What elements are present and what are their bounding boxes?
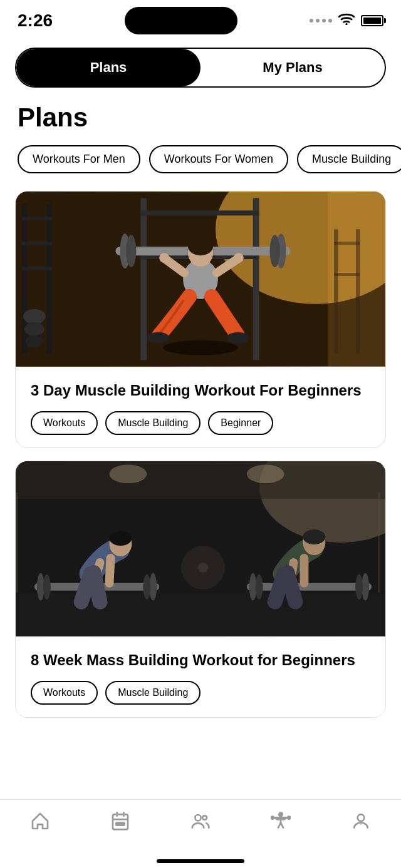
svg-rect-74 (122, 823, 125, 825)
svg-point-28 (227, 332, 249, 344)
nav-workout[interactable] (241, 810, 321, 832)
svg-point-86 (288, 817, 290, 819)
svg-point-67 (198, 563, 208, 573)
filter-tag-women[interactable]: Workouts For Women (149, 145, 288, 173)
nav-profile[interactable] (321, 810, 401, 832)
svg-point-27 (147, 332, 169, 344)
workout-card-2[interactable]: 8 Week Mass Building Workout for Beginne… (15, 461, 386, 718)
svg-rect-60 (16, 462, 385, 499)
svg-line-81 (281, 823, 283, 828)
svg-point-45 (256, 574, 263, 600)
svg-rect-33 (334, 242, 360, 245)
home-icon (29, 810, 51, 832)
svg-rect-11 (140, 198, 147, 360)
card-body-2: 8 Week Mass Building Workout for Beginne… (16, 636, 385, 717)
segment-plans[interactable]: Plans (16, 49, 200, 86)
status-time: 2:26 (18, 11, 53, 31)
svg-point-42 (143, 574, 150, 600)
svg-rect-32 (356, 229, 360, 354)
svg-point-61 (109, 465, 147, 484)
svg-point-85 (271, 817, 274, 819)
wifi-icon (338, 13, 355, 29)
home-indicator (157, 859, 244, 863)
svg-rect-12 (253, 198, 259, 360)
dynamic-island (125, 7, 237, 34)
workout-icon (269, 810, 292, 832)
card-tag-workouts-1[interactable]: Workouts (31, 411, 98, 435)
svg-rect-4 (47, 204, 52, 354)
svg-point-10 (26, 335, 43, 348)
card-tags-1: Workouts Muscle Building Beginner (31, 411, 370, 435)
battery-icon (361, 15, 383, 26)
card-image-1 (16, 191, 385, 367)
bottom-nav (0, 799, 401, 868)
svg-point-29 (163, 340, 238, 355)
card-tag-muscle-1[interactable]: Muscle Building (105, 411, 200, 435)
svg-point-75 (195, 815, 200, 820)
svg-rect-63 (16, 493, 18, 592)
filter-row: Workouts For Men Workouts For Women Musc… (0, 143, 401, 185)
svg-point-76 (202, 815, 207, 820)
calendar-icon (109, 810, 132, 832)
filter-tag-men[interactable]: Workouts For Men (18, 145, 140, 173)
svg-point-47 (355, 574, 363, 600)
svg-point-0 (345, 23, 347, 25)
signal-icon (310, 19, 332, 23)
card-tag-workouts-2[interactable]: Workouts (31, 681, 98, 705)
profile-icon (350, 810, 372, 832)
segment-control: Plans My Plans (15, 48, 386, 88)
status-icons (310, 13, 383, 29)
svg-line-53 (94, 573, 100, 602)
filter-tag-muscle[interactable]: Muscle Building (297, 145, 401, 173)
svg-point-8 (23, 309, 46, 324)
svg-line-59 (288, 573, 296, 602)
svg-rect-37 (16, 593, 385, 636)
svg-point-87 (358, 814, 365, 821)
svg-point-55 (303, 529, 325, 544)
svg-rect-43 (247, 583, 372, 591)
svg-rect-5 (22, 217, 52, 220)
card-tags-2: Workouts Muscle Building (31, 681, 370, 705)
card-body-1: 3 Day Muscle Building Workout For Beginn… (16, 367, 385, 447)
card-title-2: 8 Week Mass Building Workout for Beginne… (31, 650, 370, 670)
nav-community[interactable] (160, 810, 241, 832)
svg-point-17 (126, 235, 136, 267)
svg-point-9 (24, 322, 44, 336)
svg-rect-6 (22, 242, 52, 245)
status-bar: 2:26 (0, 0, 401, 38)
svg-rect-31 (334, 229, 338, 354)
svg-point-26 (234, 253, 244, 263)
nav-home[interactable] (0, 810, 80, 832)
svg-line-51 (109, 558, 110, 583)
svg-point-49 (109, 531, 132, 546)
workout-card-1[interactable]: 3 Day Muscle Building Workout For Beginn… (15, 191, 386, 448)
segment-myplans[interactable]: My Plans (200, 49, 385, 86)
card-tag-beginner-1[interactable]: Beginner (208, 411, 273, 435)
card-tag-muscle-2[interactable]: Muscle Building (105, 681, 200, 705)
svg-rect-64 (378, 493, 380, 592)
svg-rect-13 (140, 210, 259, 215)
svg-point-25 (159, 253, 169, 263)
card-title-1: 3 Day Muscle Building Workout For Beginn… (31, 380, 370, 400)
community-icon (189, 810, 212, 832)
nav-calendar[interactable] (80, 810, 160, 832)
svg-rect-7 (22, 267, 52, 270)
svg-rect-34 (334, 273, 360, 276)
svg-point-62 (247, 465, 284, 484)
svg-point-22 (188, 238, 213, 255)
svg-point-19 (270, 235, 280, 267)
page-title: Plans (0, 98, 401, 143)
svg-point-40 (43, 574, 51, 600)
card-image-2 (16, 461, 385, 636)
